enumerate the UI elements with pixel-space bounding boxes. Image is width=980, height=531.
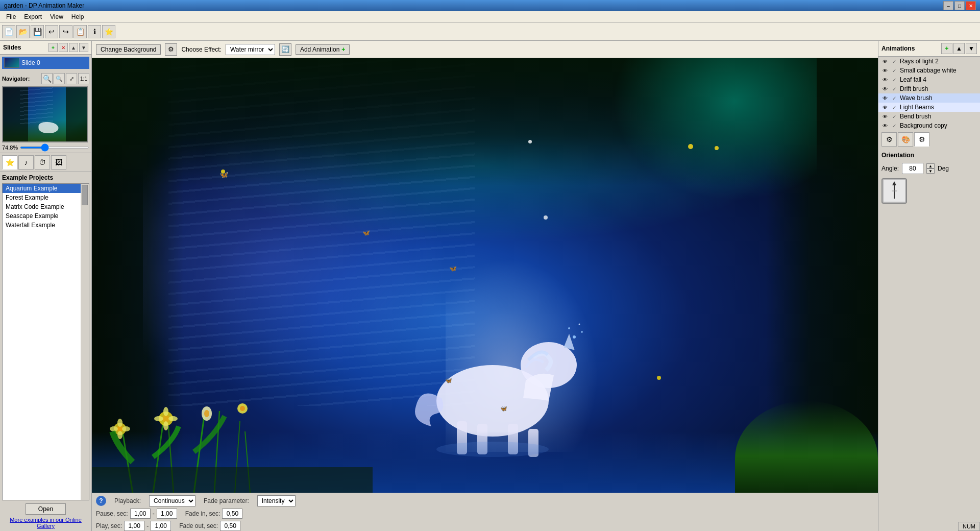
anim-check-wave-brush[interactable]: ✓ <box>891 94 898 102</box>
anim-check-rays-of-light[interactable]: ✓ <box>891 58 898 65</box>
toolbar-copy[interactable]: 📋 <box>74 25 87 38</box>
anim-add-btn[interactable]: + <box>941 43 952 54</box>
anim-eye-leaf-fall[interactable]: 👁 <box>881 76 889 83</box>
pause-from-input[interactable] <box>130 509 151 519</box>
change-background-button[interactable]: Change Background <box>96 44 161 55</box>
slide-up-btn[interactable]: ▲ <box>69 43 78 52</box>
orientation-title: Orientation <box>881 152 977 159</box>
toolbar-new[interactable]: 📄 <box>2 25 15 38</box>
scrollbar-track <box>81 184 89 500</box>
menu-help[interactable]: Help <box>67 12 88 21</box>
fade-out-param-group: Fade out, sec: <box>179 521 240 531</box>
fade-out-input[interactable] <box>220 521 240 531</box>
butterfly-5: 🦋 <box>500 405 507 412</box>
anim-item-light-beams[interactable]: 👁 ✓ Light Beams <box>878 103 980 112</box>
tab-timer[interactable]: ⏱ <box>35 155 50 170</box>
anim-item-bend-brush[interactable]: 👁 ✓ Bend brush <box>878 112 980 121</box>
anim-eye-rays-of-light[interactable]: 👁 <box>881 58 889 65</box>
slide-down-btn[interactable]: ▼ <box>79 43 88 52</box>
close-button[interactable]: ✕ <box>966 1 976 10</box>
pause-to-input[interactable] <box>157 509 177 519</box>
fade-in-input[interactable] <box>222 509 242 519</box>
canvas[interactable]: 🦋 🦋 🦋 🦋 🦋 <box>92 58 878 493</box>
anim-label-leaf-fall: Leaf fall 4 <box>900 76 926 83</box>
orientation-dial[interactable] <box>881 178 907 204</box>
example-item-waterfall[interactable]: Waterfall Example <box>3 221 81 230</box>
tab-favorites[interactable]: ⭐ <box>2 155 17 170</box>
anim-item-rays-of-light[interactable]: 👁 ✓ Rays of light 2 <box>878 57 980 66</box>
anim-eye-cabbage-white[interactable]: 👁 <box>881 67 889 74</box>
fade-param-select[interactable]: Intensity Speed Size <box>257 495 296 506</box>
anim-eye-drift-brush[interactable]: 👁 <box>881 85 889 92</box>
anim-item-cabbage-white[interactable]: 👁 ✓ Small cabbage white <box>878 66 980 75</box>
play-to-input[interactable] <box>151 521 171 531</box>
anim-down-btn[interactable]: ▼ <box>966 43 977 54</box>
nav-zoom-out[interactable]: 🔍 <box>54 73 65 84</box>
svg-point-30 <box>163 421 168 430</box>
toolbar-star[interactable]: ⭐ <box>102 25 115 38</box>
bottom-controls: ? Playback: Continuous Once Ping-pong Fa… <box>92 493 878 531</box>
anim-item-background-copy[interactable]: 👁 ✓ Background copy <box>878 121 980 130</box>
minimize-button[interactable]: – <box>943 1 953 10</box>
anim-tab-color[interactable]: 🎨 <box>898 132 913 147</box>
anim-check-cabbage-white[interactable]: ✓ <box>891 67 898 74</box>
open-btn-row: Open <box>2 503 89 515</box>
pollen-3 <box>715 146 719 150</box>
add-animation-button[interactable]: Add Animation + <box>296 44 350 55</box>
effect-select[interactable]: Water mirror Water Light Beams None <box>226 44 275 55</box>
more-examples-link[interactable]: More examples in our Online Gallery <box>2 517 89 529</box>
example-item-matrix[interactable]: Matrix Code Example <box>3 202 81 211</box>
toolbar-open[interactable]: 📂 <box>16 25 30 38</box>
anim-eye-light-beams[interactable]: 👁 <box>881 104 889 111</box>
play-from-input[interactable] <box>124 521 144 531</box>
anim-eye-background-copy[interactable]: 👁 <box>881 122 889 129</box>
menu-export[interactable]: Export <box>20 12 46 21</box>
example-item-aquarium[interactable]: Aquarium Example <box>3 184 81 193</box>
scrollbar-thumb[interactable] <box>82 185 88 205</box>
nav-zoom-in[interactable]: 🔍 <box>41 73 53 84</box>
example-item-seascape[interactable]: Seascape Example <box>3 211 81 221</box>
maximize-button[interactable]: □ <box>954 1 965 10</box>
anim-tab-settings[interactable]: ⚙ <box>881 132 897 147</box>
anim-item-leaf-fall[interactable]: 👁 ✓ Leaf fall 4 <box>878 75 980 84</box>
anim-label-rays-of-light: Rays of light 2 <box>900 58 939 65</box>
pollen-2 <box>688 144 693 149</box>
anim-eye-wave-brush[interactable]: 👁 <box>881 94 889 102</box>
anim-item-wave-brush[interactable]: 👁 ✓ Wave brush <box>878 93 980 103</box>
playback-select[interactable]: Continuous Once Ping-pong <box>149 495 195 506</box>
help-icon[interactable]: ? <box>96 496 106 506</box>
anim-up-btn[interactable]: ▲ <box>953 43 965 54</box>
menu-file[interactable]: File <box>2 12 20 21</box>
anim-check-light-beams[interactable]: ✓ <box>891 104 898 111</box>
open-button[interactable]: Open <box>26 503 66 515</box>
menu-view[interactable]: View <box>46 12 67 21</box>
nav-fit[interactable]: ⤢ <box>66 73 77 84</box>
anim-check-bend-brush[interactable]: ✓ <box>891 113 898 120</box>
nav-actual[interactable]: 1:1 <box>78 73 89 84</box>
background-settings-icon[interactable]: ⚙ <box>165 43 177 56</box>
effect-refresh-icon[interactable]: 🔄 <box>279 43 291 56</box>
angle-down-btn[interactable]: ▼ <box>926 168 935 174</box>
angle-input[interactable] <box>902 163 923 174</box>
slide-item[interactable]: Slide 0 <box>2 57 89 69</box>
butterfly-3: 🦋 <box>449 265 457 272</box>
anim-eye-bend-brush[interactable]: 👁 <box>881 113 889 120</box>
tab-gallery[interactable]: 🖼 <box>51 155 66 170</box>
anim-item-drift-brush[interactable]: 👁 ✓ Drift brush <box>878 84 980 93</box>
anim-check-leaf-fall[interactable]: ✓ <box>891 76 898 83</box>
anim-check-background-copy[interactable]: ✓ <box>891 122 898 129</box>
example-item-forest[interactable]: Forest Example <box>3 193 81 202</box>
toolbar-undo[interactable]: ↩ <box>45 25 58 38</box>
slide-add-btn[interactable]: + <box>48 43 58 52</box>
anim-check-drift-brush[interactable]: ✓ <box>891 85 898 92</box>
toolbar-save[interactable]: 💾 <box>31 25 44 38</box>
tab-music[interactable]: ♪ <box>18 155 34 170</box>
center-area: Change Background ⚙ Choose Effect: Water… <box>92 41 878 531</box>
slide-delete-btn[interactable]: ✕ <box>59 43 68 52</box>
angle-up-btn[interactable]: ▲ <box>926 163 935 168</box>
anim-tab-active[interactable]: ⚙ <box>914 132 929 147</box>
zoom-slider[interactable] <box>20 147 89 149</box>
toolbar-redo[interactable]: ↪ <box>59 25 72 38</box>
toolbar-info[interactable]: ℹ <box>88 25 101 38</box>
svg-point-23 <box>117 419 122 427</box>
